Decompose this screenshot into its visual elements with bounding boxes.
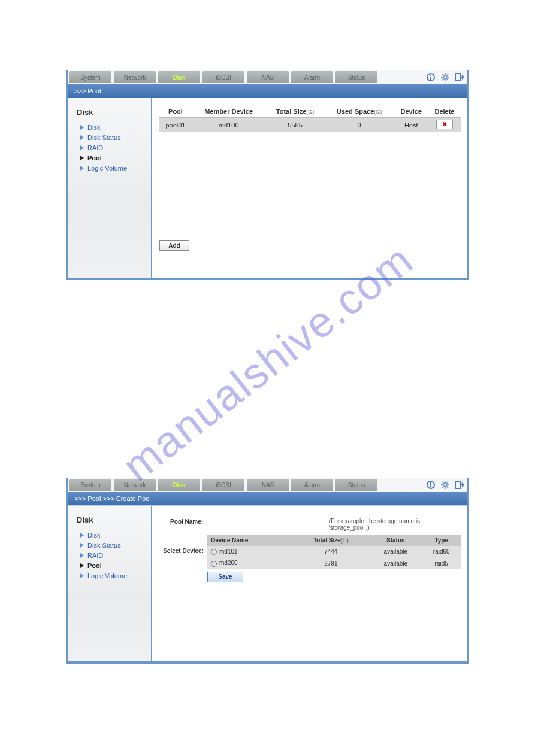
svg-line-24 <box>442 487 443 488</box>
tab-label: iSCSI <box>216 74 231 81</box>
tab-system[interactable]: System <box>69 479 111 491</box>
tab-label: NAS <box>262 482 274 488</box>
sidebar-item-pool[interactable]: Pool <box>80 562 151 569</box>
tab-alarm[interactable]: Alarm <box>291 71 333 83</box>
sidebar-item-label: Disk Status <box>87 542 121 549</box>
col-status: Status <box>369 535 422 546</box>
gear-icon[interactable] <box>440 480 450 490</box>
sidebar-item-logic-volume[interactable]: Logic Volume <box>80 572 151 579</box>
tab-label: Status <box>348 482 365 488</box>
tab-iscsi[interactable]: iSCSI <box>202 71 244 83</box>
cell-total: 5585 <box>265 118 324 133</box>
table-row[interactable]: pool01 md100 5585 0 Host <box>159 118 461 133</box>
sidebar-item-disk[interactable]: Disk <box>80 532 151 539</box>
radio-icon[interactable] <box>211 549 217 555</box>
chevron-right-icon <box>80 543 84 548</box>
col-device-name: Device Name <box>207 535 293 546</box>
tab-network[interactable]: Network <box>114 71 156 83</box>
chevron-right-icon <box>80 533 84 538</box>
delete-button[interactable] <box>436 120 453 129</box>
tab-label: Network <box>124 74 146 81</box>
tab-label: Status <box>348 74 365 81</box>
device-table: Device Name Total Size(G) Status Type md… <box>207 535 461 569</box>
svg-line-10 <box>447 74 448 75</box>
cell-pool: pool01 <box>159 118 192 133</box>
sidebar-item-raid[interactable]: RAID <box>80 144 151 151</box>
info-icon[interactable] <box>426 480 436 490</box>
svg-line-11 <box>442 79 443 80</box>
cell-device-name: md200 <box>207 557 293 569</box>
tab-label: Alarm <box>304 74 320 81</box>
info-icon[interactable] <box>426 72 436 82</box>
cell-type: raid60 <box>422 546 461 557</box>
tab-status[interactable]: Status <box>335 479 377 491</box>
chevron-right-icon <box>80 573 84 578</box>
pool-name-input[interactable] <box>207 517 325 526</box>
radio-icon[interactable] <box>211 561 217 567</box>
logout-icon[interactable] <box>455 72 464 82</box>
tab-disk[interactable]: Disk <box>158 479 200 491</box>
pool-name-hint: (For example, the storage name is 'stora… <box>329 517 461 531</box>
page-top-rule <box>66 66 469 66</box>
cell-status: available <box>369 557 422 569</box>
svg-rect-25 <box>455 481 460 488</box>
col-total-size: Total Size(G) <box>293 535 370 546</box>
sidebar-item-label: Disk <box>87 124 100 131</box>
chevron-right-icon <box>80 563 84 568</box>
tab-iscsi[interactable]: iSCSI <box>202 479 244 491</box>
tab-nas[interactable]: NAS <box>247 71 289 83</box>
svg-line-9 <box>447 79 448 80</box>
tab-label: Alarm <box>304 482 320 488</box>
chevron-right-icon <box>80 166 84 171</box>
sidebar-item-disk-status[interactable]: Disk Status <box>80 134 151 141</box>
svg-rect-12 <box>455 74 460 81</box>
sidebar: Disk Disk Disk Status RAID Pool Logic Vo… <box>68 506 152 661</box>
cell-member: md100 <box>192 118 265 133</box>
save-button[interactable]: Save <box>207 572 243 582</box>
table-row[interactable]: md101 7444 available raid60 <box>207 546 461 557</box>
cell-total: 2791 <box>293 557 370 569</box>
col-pool: Pool <box>159 105 192 118</box>
tab-status[interactable]: Status <box>335 71 377 83</box>
tab-alarm[interactable]: Alarm <box>291 479 333 491</box>
tab-nas[interactable]: NAS <box>247 479 289 491</box>
svg-rect-15 <box>430 482 431 484</box>
tab-disk[interactable]: Disk <box>158 71 200 83</box>
sidebar-item-label: RAID <box>87 552 103 559</box>
select-device-label: Select Device: <box>159 535 207 554</box>
tab-label: Disk <box>173 482 185 488</box>
logout-icon[interactable] <box>455 480 464 490</box>
gear-icon[interactable] <box>440 72 450 82</box>
col-total: Total Size(G) <box>265 105 324 118</box>
svg-line-8 <box>442 74 443 75</box>
chevron-right-icon <box>80 135 84 140</box>
tab-system[interactable]: System <box>69 71 111 83</box>
sidebar-item-disk[interactable]: Disk <box>80 124 151 131</box>
content-area: Pool Name: (For example, the storage nam… <box>152 506 467 661</box>
col-delete: Delete <box>428 105 461 118</box>
breadcrumb: >>> Pool <box>68 84 467 98</box>
breadcrumb-text: >>> Pool >>> Create Pool <box>74 495 151 502</box>
add-button[interactable]: Add <box>159 240 189 251</box>
tab-network[interactable]: Network <box>114 479 156 491</box>
svg-line-23 <box>447 482 448 483</box>
col-type: Type <box>422 535 461 546</box>
add-button-label: Add <box>168 242 180 249</box>
sidebar-item-label: RAID <box>87 144 103 151</box>
table-row[interactable]: md200 2791 available raid5 <box>207 557 461 569</box>
chevron-right-icon <box>80 125 84 130</box>
content-area: Pool Member Device Total Size(G) Used Sp… <box>152 98 467 278</box>
sidebar-item-pool[interactable]: Pool <box>80 154 151 162</box>
col-device: Device <box>394 105 428 118</box>
tab-label: NAS <box>262 74 274 81</box>
sidebar-item-raid[interactable]: RAID <box>80 552 151 559</box>
sidebar-item-label: Disk Status <box>87 134 121 141</box>
sidebar-item-logic-volume[interactable]: Logic Volume <box>80 165 151 172</box>
sidebar-item-disk-status[interactable]: Disk Status <box>80 542 151 549</box>
sidebar: Disk Disk Disk Status RAID Pool Logic Vo… <box>68 98 152 278</box>
pool-table: Pool Member Device Total Size(G) Used Sp… <box>159 105 461 132</box>
cell-used: 0 <box>325 118 394 133</box>
tab-label: iSCSI <box>216 482 231 488</box>
sidebar-item-label: Logic Volume <box>87 165 127 172</box>
breadcrumb-text: >>> Pool <box>74 87 101 95</box>
